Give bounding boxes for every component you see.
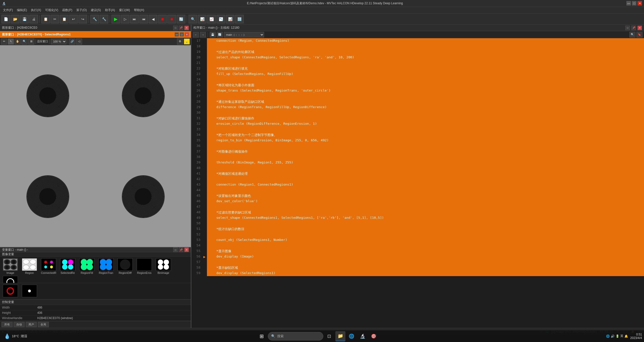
code-nav-back[interactable]: ←	[193, 32, 199, 37]
back-button[interactable]: ◀	[149, 15, 157, 23]
menu-assistant[interactable]: 助手(A)	[103, 8, 117, 13]
menu-edit[interactable]: 编辑(E)	[15, 8, 29, 13]
code-area[interactable]: 17 connection (Region, ConnectedRegions)…	[191, 38, 644, 328]
var-item-binimage[interactable]: BinImage	[155, 258, 172, 274]
var-item-selectedre[interactable]: SelectedRe	[59, 258, 77, 274]
code-bookmark-btn[interactable]: 🔖	[636, 32, 642, 37]
var-item-region1[interactable]: Region1	[2, 276, 19, 283]
redo-button[interactable]: ↪	[79, 15, 87, 23]
chart-button[interactable]: 📊	[198, 15, 206, 23]
code-close-button[interactable]: ✕	[637, 26, 642, 30]
copy-button[interactable]: 📋	[41, 15, 50, 23]
code-search-btn[interactable]: 🔍	[629, 32, 635, 37]
graph3-button[interactable]: 📊	[226, 15, 234, 23]
minimize-button[interactable]: —	[626, 1, 631, 6]
menu-execute[interactable]: 执行(X)	[29, 8, 43, 13]
settings1-button[interactable]: 🔧	[90, 15, 99, 23]
gfx-float-button[interactable]: □	[173, 26, 178, 30]
weather-temp: 18°C	[12, 334, 19, 338]
pan-tool[interactable]: ✋	[15, 38, 21, 45]
filter-global-button[interactable]: 全局	[38, 322, 49, 327]
filter-all-button[interactable]: 所有	[2, 322, 13, 327]
right-panel: 程序窗口 - main () - 主线程: 12180 □ 📌 ✕ ← → 💾 …	[191, 25, 644, 328]
maximize-button[interactable]: □	[632, 1, 636, 6]
var-float-button[interactable]: □	[173, 247, 178, 252]
select-tool[interactable]: ↖	[8, 38, 14, 45]
zoom-in-tool[interactable]: 🔍	[21, 38, 27, 45]
rewind-button[interactable]: ⏮	[139, 15, 148, 23]
back-arrow-button[interactable]: ◁	[76, 38, 82, 45]
var-item-region[interactable]: Region	[21, 258, 38, 274]
filter-user-button[interactable]: 用户	[26, 322, 37, 327]
save-button[interactable]: 💾	[20, 15, 29, 23]
settings2-button[interactable]: 🔧	[100, 15, 108, 23]
code-nav-fwd[interactable]: →	[200, 32, 206, 37]
graph1-button[interactable]: 📈	[207, 15, 216, 23]
menu-functions[interactable]: 函数(P)	[60, 8, 74, 13]
image-display-area[interactable]	[0, 45, 191, 247]
code-save-btn[interactable]: 💾	[210, 32, 216, 37]
gfx-close-button[interactable]: ✕	[184, 26, 189, 30]
font-button[interactable]: 🔡	[235, 15, 244, 23]
code-line-35: 35 region_to_bin (RegionErosion, BinImag…	[191, 138, 644, 143]
open-file-button[interactable]: 📂	[11, 15, 19, 23]
control-variables-section: 控制变量 Width 486 Height 406 WindowHand	[0, 299, 191, 328]
menu-file[interactable]: 文件(F)	[1, 8, 15, 13]
menu-window[interactable]: 窗口(W)	[117, 8, 132, 13]
var-item-extra2[interactable]	[21, 285, 38, 298]
var-item-regioneros[interactable]: RegionEros	[135, 258, 153, 274]
stop-button[interactable]: ⏹	[158, 15, 167, 23]
find-button[interactable]: 🔍	[189, 15, 197, 23]
print-button[interactable]: 🖨	[29, 15, 38, 23]
var-item-regionfill[interactable]: RegionFill	[78, 258, 96, 274]
link-button[interactable]: 🔗	[69, 38, 75, 45]
search-bar[interactable]: 🔍 搜索	[268, 332, 323, 340]
hint-light-button[interactable]: 💡	[184, 38, 190, 45]
settings-gear-button[interactable]: ⚙	[177, 38, 183, 45]
line-arrow-39	[202, 160, 207, 165]
taskbar-explorer[interactable]: 📁	[335, 331, 345, 341]
gfx-close-btn[interactable]: ✕	[185, 32, 189, 36]
taskbar-task-view[interactable]: ⊡	[324, 331, 334, 341]
menu-help[interactable]: 帮助(H)	[132, 8, 146, 13]
code-float-button[interactable]: □	[625, 26, 630, 30]
var-item-extra1[interactable]	[2, 285, 19, 298]
var-item-connectedr[interactable]: ConnectedR	[40, 258, 57, 274]
skip-button[interactable]: ⏭	[130, 15, 139, 23]
weather-widget[interactable]: 💧 18°C 潮湿	[2, 332, 29, 340]
var-item-regiondiff[interactable]: RegionDiff	[116, 258, 134, 274]
taskbar-time[interactable]: 0:51 2023/4/4	[630, 333, 642, 340]
menu-visualize[interactable]: 可视化(V)	[43, 8, 60, 13]
refresh-button[interactable]: 🔄	[177, 15, 185, 23]
undo-button[interactable]: ↩	[69, 15, 78, 23]
new-file-button[interactable]: 📄	[2, 15, 10, 23]
draw-tool[interactable]: ✏	[1, 38, 7, 45]
gfx-pin-button[interactable]: 📌	[179, 26, 183, 30]
code-pin-button[interactable]: 📌	[631, 26, 636, 30]
gfx-min-button[interactable]: —	[175, 32, 179, 36]
zoom-selector[interactable]: 100 % 50 % 200 %	[51, 39, 66, 44]
start-button[interactable]: ⊞	[257, 331, 267, 341]
var-item-image[interactable]: Image	[2, 258, 19, 274]
cut-button[interactable]: ✂	[51, 15, 59, 23]
taskbar-app1[interactable]: 🔬	[357, 331, 368, 341]
var-pin-button[interactable]: 📌	[179, 247, 183, 252]
close-button[interactable]: ✕	[637, 1, 642, 6]
paste-button[interactable]: 📋	[60, 15, 68, 23]
taskbar-browser[interactable]: 🌐	[346, 331, 356, 341]
function-selector[interactable]: main（：：：）	[224, 32, 264, 37]
graph2-button[interactable]: 📉	[217, 15, 225, 23]
var-close-button[interactable]: ✕	[184, 247, 189, 252]
record-button[interactable]: ⏺	[167, 15, 176, 23]
line-arrow-48	[202, 210, 207, 215]
filter-auto-button[interactable]: 自动	[14, 322, 25, 327]
var-item-regiontran[interactable]: RegionTran	[97, 258, 115, 274]
gfx-max-button[interactable]: □	[180, 32, 184, 36]
run-button[interactable]: ▶	[112, 15, 120, 23]
zoom-fit-tool[interactable]: ⊞	[28, 38, 34, 45]
menu-suggestions[interactable]: 建议(S)	[89, 8, 103, 13]
menu-operators[interactable]: 算子(O)	[74, 8, 89, 13]
taskbar-app2[interactable]: 🎯	[369, 331, 379, 341]
code-refresh-btn[interactable]: 🔄	[217, 32, 223, 37]
run-step-button[interactable]: ▷	[121, 15, 129, 23]
